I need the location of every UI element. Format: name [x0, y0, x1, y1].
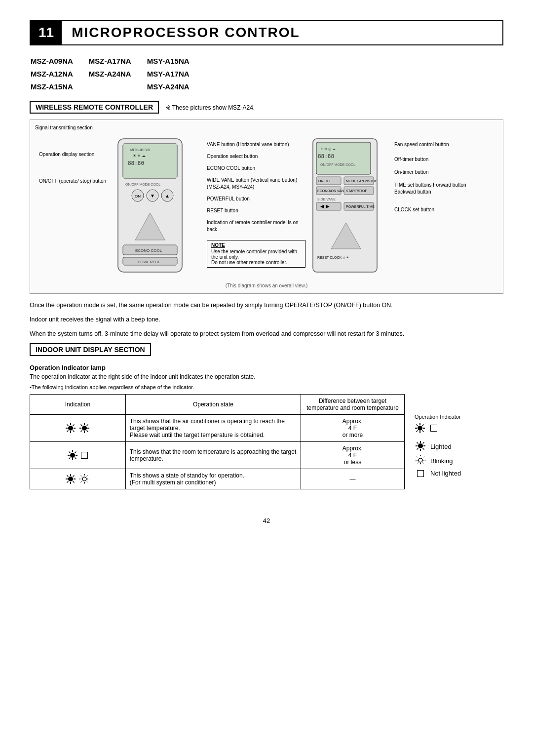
operation-2: This shows that the room temperature is … [125, 442, 301, 469]
model-1: MSZ-A09NA [31, 55, 88, 67]
right-labels: Fan speed control button Off-timer butto… [394, 136, 478, 214]
op-indicator-label: Operation Indicator [415, 414, 461, 420]
svg-line-97 [423, 448, 424, 450]
svg-text:START/STOP: START/STOP [346, 189, 368, 193]
legend-lighted: Lighted [415, 440, 503, 453]
lighted-sun [415, 440, 426, 451]
indoor-section-label: INDOOR UNIT DISPLAY SECTION [30, 343, 151, 356]
indicator-table: Indication Operation state Difference be… [30, 394, 405, 489]
svg-text:88:88: 88:88 [318, 153, 334, 159]
svg-text:ON/OFF MODE COOL: ON/OFF MODE COOL [125, 183, 160, 186]
signal-label: Signal transmitting section [35, 125, 498, 130]
blinking-label: Blinking [430, 457, 453, 465]
wireless-section-header-wrap: WIRELESS REMOTE CONTROLLER ※ These pictu… [30, 101, 503, 117]
svg-point-82 [418, 426, 422, 431]
operation-3: This shows a state of standby for operat… [125, 469, 301, 489]
sun-solid-4 [65, 474, 76, 484]
svg-line-53 [87, 425, 88, 426]
not-lighted-square [417, 470, 424, 477]
svg-line-69 [67, 476, 69, 477]
svg-line-44 [73, 425, 75, 426]
indoor-section-header-wrap: INDOOR UNIT DISPLAY SECTION [30, 343, 503, 360]
legend-square-empty [430, 425, 437, 432]
vane-label: VANE button (Horizontal vane button) [207, 141, 305, 148]
model-5: MSZ-A24NA [89, 68, 146, 80]
fan-speed-label: Fan speed control button [394, 141, 478, 148]
svg-line-96 [417, 442, 419, 444]
legend-blinking: Blinking [415, 455, 503, 467]
middle-annotations: VANE button (Horizontal vane button) Ope… [207, 136, 305, 268]
op-select-label: Operation select button [207, 153, 305, 160]
th-operation: Operation state [125, 395, 301, 415]
body-text-section: Once the operation mode is set, the same… [30, 301, 503, 338]
svg-line-106 [423, 463, 424, 464]
legend-sun-icon [415, 423, 425, 434]
wireless-section-label: WIRELESS REMOTE CONTROLLER [30, 101, 159, 114]
svg-text:SIDE VANE: SIDE VANE [317, 198, 336, 201]
svg-text:MITSUBISHI: MITSUBISHI [130, 148, 150, 152]
indication-icons-2 [34, 450, 121, 461]
svg-line-63 [69, 458, 71, 459]
svg-line-71 [73, 476, 75, 477]
svg-text:◀  ▶: ◀ ▶ [320, 203, 330, 209]
left-remote-wrap: MITSUBISHI ☀ ❄ ☁ 88:80 ON/OFF MODE COOL … [113, 136, 202, 276]
right-remote-svg: ☀ ❄ ◎ ☁ 88:88 ON/OFF MODE COOL ON/OFF MO… [310, 136, 382, 275]
indication-icons-3 [34, 474, 121, 484]
model-7: MSZ-A15NA [31, 81, 88, 93]
diagram-container: Signal transmitting section Operation di… [30, 119, 503, 294]
svg-point-55 [70, 453, 75, 458]
svg-point-64 [68, 477, 73, 481]
model-section: MSZ-A09NA MSZ-A17NA MSY-A15NA MSZ-A12NA … [30, 54, 503, 94]
svg-line-99 [417, 448, 419, 450]
indication-label: Indication of remote controller model is… [207, 219, 305, 233]
model-8 [89, 81, 146, 93]
model-9: MSY-A24NA [147, 81, 204, 93]
note-line-2: Do not use other remote controller. [211, 260, 301, 265]
legend-wrapper: Operation Indicator [415, 394, 503, 479]
svg-text:☀ ❄ ☁: ☀ ❄ ☁ [133, 154, 146, 158]
indication-3 [30, 469, 126, 489]
svg-line-45 [67, 431, 69, 432]
not-lighted-label: Not lighted [430, 470, 461, 477]
note-title: NOTE [211, 242, 301, 248]
th-diff: Difference between target temperature an… [301, 395, 405, 415]
svg-text:▲: ▲ [165, 193, 170, 199]
svg-line-52 [87, 431, 88, 432]
svg-line-62 [75, 452, 76, 453]
svg-point-100 [419, 458, 422, 462]
svg-text:▼: ▼ [150, 193, 155, 199]
legend-area: Lighted Blinki [415, 440, 503, 477]
lighted-icon [415, 440, 426, 453]
svg-line-43 [73, 431, 75, 432]
svg-line-98 [423, 442, 424, 444]
body-text-2: Indoor unit receives the signal with a b… [30, 315, 503, 324]
svg-text:88:80: 88:80 [128, 160, 144, 166]
indicator-icon-pair [415, 423, 503, 434]
svg-text:POWERFUL TIME: POWERFUL TIME [346, 205, 375, 208]
indication-icons-1 [34, 423, 121, 434]
svg-text:RESET CLOCK ☆ +: RESET CLOCK ☆ + [317, 256, 348, 259]
operation-1: This shows that the air conditioner is o… [125, 415, 301, 442]
reset-label: RESET button [207, 207, 305, 214]
page-title: MICROPROCESSOR CONTROL [72, 25, 300, 40]
square-empty-icon [81, 452, 88, 459]
th-indication: Indication [30, 395, 126, 415]
right-remote-wrap: ☀ ❄ ◎ ☁ 88:88 ON/OFF MODE COOL ON/OFF MO… [310, 136, 389, 276]
svg-line-105 [417, 457, 419, 458]
svg-point-46 [82, 426, 87, 431]
econo-label: ECONO COOL button [207, 165, 305, 172]
sun-blink-icon [79, 474, 90, 484]
svg-line-108 [417, 463, 419, 464]
legend-not-lighted: Not lighted [415, 469, 503, 477]
svg-line-88 [422, 431, 424, 432]
svg-line-72 [67, 481, 69, 483]
wide-vane-label: WIDE VANE button (Vertical vane button) … [207, 177, 305, 191]
svg-line-80 [87, 476, 88, 477]
table-wrapper: Indication Operation state Difference be… [30, 394, 405, 497]
blinking-sun [415, 455, 426, 466]
svg-text:ON/OFF: ON/OFF [318, 179, 331, 183]
diff-3: — [301, 469, 405, 489]
onoff-label: ON/OFF (operate/ stop) button [39, 178, 108, 185]
bullet-note: •The following indication applies regard… [30, 384, 503, 390]
page-title-box: MICROPROCESSOR CONTROL [62, 21, 309, 44]
